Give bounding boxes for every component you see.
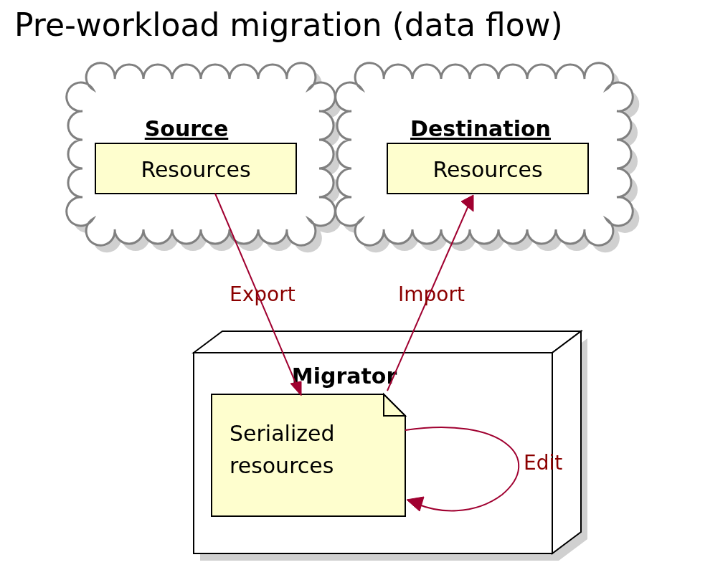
migrator-note-line2: resources xyxy=(230,453,334,478)
source-cloud: Source Resources xyxy=(67,63,341,252)
edit-label: Edit xyxy=(524,451,562,475)
migrator-label: Migrator xyxy=(292,363,397,389)
import-label: Import xyxy=(398,282,465,306)
migrator-note-line1: Serialized xyxy=(230,421,334,446)
destination-cloud: Destination Resources xyxy=(336,63,639,252)
destination-label: Destination xyxy=(410,116,551,141)
migrator-top xyxy=(194,331,581,353)
migrator-note: Serialized resources xyxy=(212,394,405,516)
source-label: Source xyxy=(145,116,229,141)
migrator-box: Migrator Serialized resources xyxy=(194,331,587,561)
destination-resources-label: Resources xyxy=(432,157,542,182)
diagram-title: Pre-workload migration (data flow) xyxy=(14,6,563,43)
source-resources-label: Resources xyxy=(141,157,250,182)
migrator-side xyxy=(552,331,581,553)
export-label: Export xyxy=(230,282,296,306)
